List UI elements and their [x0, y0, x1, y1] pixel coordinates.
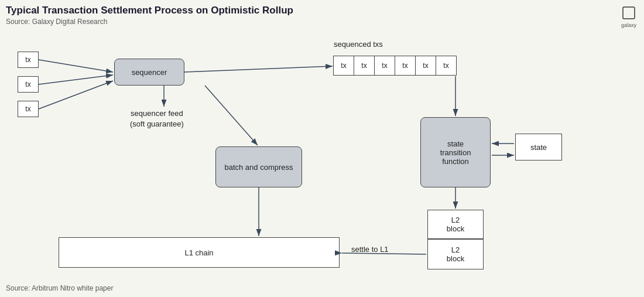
galaxy-text: galaxy [621, 22, 636, 28]
svg-rect-0 [623, 7, 635, 19]
svg-line-5 [39, 81, 113, 109]
seq-tx-4: tx [395, 56, 416, 76]
galaxy-icon [621, 5, 637, 21]
l1-chain-box: L1 chain [59, 237, 340, 268]
source-top: Source: Galaxy Digital Research [6, 18, 107, 26]
seq-tx-row: tx tx tx tx tx tx [334, 56, 457, 76]
tx-input-3: tx [18, 101, 39, 117]
sequencer-box: sequencer [114, 59, 184, 86]
state-box: state [515, 134, 562, 161]
diagram-container: Typical Transaction Settlement Process o… [0, 0, 644, 297]
tx-input-2: tx [18, 76, 39, 93]
state-transition-box: state transition function [420, 117, 491, 187]
svg-line-8 [205, 86, 258, 145]
seq-tx-1: tx [333, 56, 354, 76]
svg-line-4 [39, 75, 113, 84]
seq-tx-3: tx [374, 56, 395, 76]
page-title: Typical Transaction Settlement Process o… [6, 5, 293, 16]
seq-tx-2: tx [354, 56, 375, 76]
batch-compress-box: batch and compress [215, 146, 302, 187]
seq-tx-5: tx [415, 56, 436, 76]
source-bottom: Source: Arbitrum Nitro white paper [6, 284, 113, 292]
l2-block-2: L2block [427, 239, 484, 269]
svg-line-6 [184, 66, 333, 72]
galaxy-logo: galaxy [621, 5, 637, 28]
seq-tx-6: tx [436, 56, 457, 76]
l2-block-1: L2block [427, 210, 484, 239]
tx-input-1: tx [18, 52, 39, 68]
sequenced-txs-label: sequenced txs [334, 40, 383, 49]
sequencer-feed-label: sequencer feed(soft guarantee) [130, 108, 184, 129]
svg-line-3 [39, 60, 113, 72]
settle-to-l1-label: settle to L1 [351, 245, 389, 254]
